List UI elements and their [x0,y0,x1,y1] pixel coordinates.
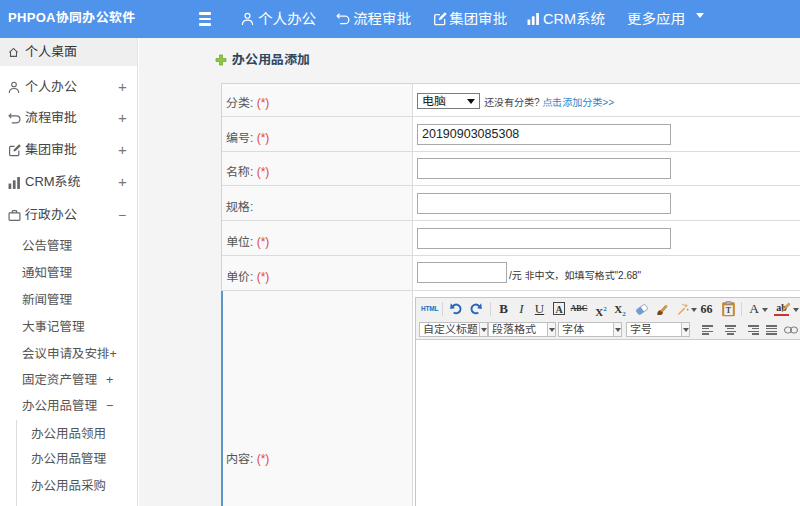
svg-text:T: T [726,306,732,315]
